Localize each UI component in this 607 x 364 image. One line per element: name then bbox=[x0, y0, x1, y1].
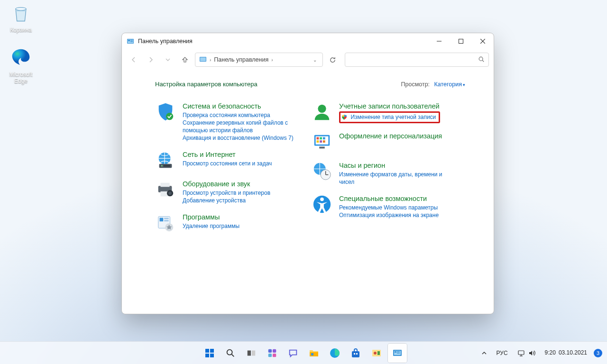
taskbar-edge[interactable] bbox=[325, 344, 344, 363]
forward-button[interactable] bbox=[144, 53, 158, 67]
taskbar-app-1[interactable] bbox=[367, 344, 386, 363]
chevron-right-icon: › bbox=[210, 57, 211, 63]
desktop-icon-edge[interactable]: Microsoft Edge bbox=[3, 46, 39, 84]
svg-rect-18 bbox=[164, 165, 170, 167]
category-link[interactable]: Рекомендуемые Windows параметры bbox=[339, 204, 454, 211]
category-link-change-account-type[interactable]: Изменение типа учетной записи bbox=[350, 114, 436, 120]
category-title[interactable]: Часы и регион bbox=[339, 162, 385, 169]
close-button[interactable] bbox=[472, 33, 494, 49]
content-area: Настройка параметров компьютера Просмотр… bbox=[122, 70, 494, 314]
highlighted-link: Изменение типа учетной записи bbox=[339, 111, 440, 124]
recent-dropdown[interactable] bbox=[161, 53, 175, 67]
svg-point-64 bbox=[374, 352, 377, 355]
address-dropdown[interactable]: ⌄ bbox=[311, 57, 319, 63]
svg-rect-58 bbox=[311, 353, 313, 355]
up-button[interactable] bbox=[178, 53, 192, 67]
category-title[interactable]: Специальные возможности bbox=[339, 195, 427, 202]
tray-date: 03.10.2021 bbox=[559, 350, 587, 356]
category-link[interactable]: Просмотр состояния сети и задач bbox=[183, 160, 297, 167]
svg-line-13 bbox=[482, 60, 484, 62]
svg-rect-5 bbox=[130, 41, 133, 42]
page-heading: Настройка параметров компьютера bbox=[155, 81, 258, 88]
svg-rect-3 bbox=[128, 40, 130, 41]
programs-icon bbox=[155, 213, 176, 234]
tray-time: 9:20 bbox=[545, 350, 556, 356]
shield-icon bbox=[155, 102, 176, 123]
svg-point-0 bbox=[16, 8, 26, 10]
tray-network-volume[interactable] bbox=[515, 347, 538, 359]
printer-icon bbox=[155, 180, 176, 200]
category-title[interactable]: Программы bbox=[183, 213, 220, 221]
breadcrumb-item[interactable]: Панель управления bbox=[214, 56, 268, 63]
category-link[interactable]: Просмотр устройств и принтеров bbox=[183, 189, 297, 197]
category-system-security: Система и безопасность Проверка состояни… bbox=[155, 102, 297, 142]
refresh-button[interactable] bbox=[326, 53, 339, 66]
category-clock-region: Часы и регион Изменение форматов даты, в… bbox=[312, 161, 454, 186]
svg-point-17 bbox=[161, 165, 163, 167]
svg-rect-45 bbox=[205, 349, 209, 353]
maximize-button[interactable] bbox=[450, 33, 472, 49]
taskbar-taskview[interactable] bbox=[242, 344, 261, 363]
category-link[interactable]: Удаление программы bbox=[183, 222, 297, 230]
taskbar-store[interactable] bbox=[346, 344, 365, 363]
svg-point-49 bbox=[227, 349, 232, 355]
category-appearance-personalization: Оформление и персонализация bbox=[312, 132, 454, 153]
volume-icon bbox=[528, 349, 535, 357]
svg-rect-47 bbox=[205, 354, 209, 357]
svg-rect-54 bbox=[273, 349, 276, 352]
tray-notification-badge[interactable]: 3 bbox=[594, 349, 602, 357]
svg-rect-68 bbox=[395, 351, 396, 353]
svg-rect-55 bbox=[268, 353, 272, 356]
svg-rect-34 bbox=[323, 137, 325, 140]
svg-rect-26 bbox=[164, 218, 169, 219]
category-title[interactable]: Сеть и Интернет bbox=[183, 151, 236, 158]
category-link[interactable]: Проверка состояния компьютера bbox=[183, 111, 297, 119]
category-link[interactable]: Архивация и восстановление (Windows 7) bbox=[183, 134, 297, 142]
back-button[interactable] bbox=[127, 53, 141, 67]
taskbar-chat[interactable] bbox=[284, 344, 303, 363]
svg-point-29 bbox=[318, 105, 326, 113]
category-link[interactable]: Оптимизация изображения на экране bbox=[339, 211, 454, 219]
category-link[interactable]: Изменение форматов даты, времени и чисел bbox=[339, 171, 454, 186]
control-panel-icon bbox=[199, 55, 207, 64]
search-input[interactable] bbox=[349, 56, 478, 63]
category-title[interactable]: Учетные записи пользователей bbox=[339, 102, 440, 110]
category-programs: Программы Удаление программы bbox=[155, 213, 297, 234]
view-by-dropdown[interactable]: Категория▾ bbox=[434, 81, 465, 88]
svg-rect-71 bbox=[518, 351, 524, 355]
svg-rect-32 bbox=[317, 137, 319, 140]
desktop-icon-label: Корзина bbox=[3, 27, 39, 33]
address-bar[interactable]: › Панель управления › ⌄ bbox=[195, 53, 323, 67]
svg-rect-51 bbox=[248, 350, 251, 355]
svg-line-50 bbox=[232, 354, 234, 356]
taskbar-widgets[interactable] bbox=[263, 344, 282, 363]
taskbar-control-panel[interactable] bbox=[388, 344, 407, 363]
uac-shield-icon bbox=[341, 114, 347, 120]
tray-clock[interactable]: 9:20 03.10.2021 bbox=[542, 348, 590, 358]
tray-overflow[interactable] bbox=[478, 348, 490, 358]
start-button[interactable] bbox=[200, 344, 219, 363]
category-user-accounts: Учетные записи пользователей Изменение т… bbox=[312, 102, 454, 123]
view-by-label: Просмотр: bbox=[401, 81, 430, 88]
desktop-icon-label: Microsoft Edge bbox=[3, 71, 39, 84]
category-link[interactable]: Сохранение резервных копий файлов с помо… bbox=[183, 119, 297, 134]
search-icon[interactable] bbox=[478, 56, 485, 64]
svg-rect-60 bbox=[352, 351, 359, 357]
category-title[interactable]: Система и безопасность bbox=[183, 102, 261, 110]
minimize-button[interactable] bbox=[428, 33, 450, 49]
globe-icon bbox=[155, 150, 176, 171]
taskbar-search[interactable] bbox=[221, 344, 240, 363]
tray-language[interactable]: РУС bbox=[494, 348, 511, 358]
svg-point-12 bbox=[479, 57, 483, 61]
category-title[interactable]: Оформление и персонализация bbox=[339, 132, 442, 140]
desktop-icon-recycle-bin[interactable]: Корзина bbox=[3, 2, 39, 33]
category-link[interactable]: Добавление устройства bbox=[183, 197, 297, 204]
taskbar-file-explorer[interactable] bbox=[304, 344, 323, 363]
svg-rect-25 bbox=[160, 218, 164, 222]
search-box[interactable] bbox=[345, 53, 489, 67]
category-title[interactable]: Оборудование и звук bbox=[183, 180, 250, 188]
svg-rect-7 bbox=[459, 39, 463, 44]
taskbar: РУС 9:20 03.10.2021 3 bbox=[0, 341, 607, 364]
category-network-internet: Сеть и Интернет Просмотр состояния сети … bbox=[155, 150, 297, 171]
svg-rect-4 bbox=[130, 40, 133, 41]
